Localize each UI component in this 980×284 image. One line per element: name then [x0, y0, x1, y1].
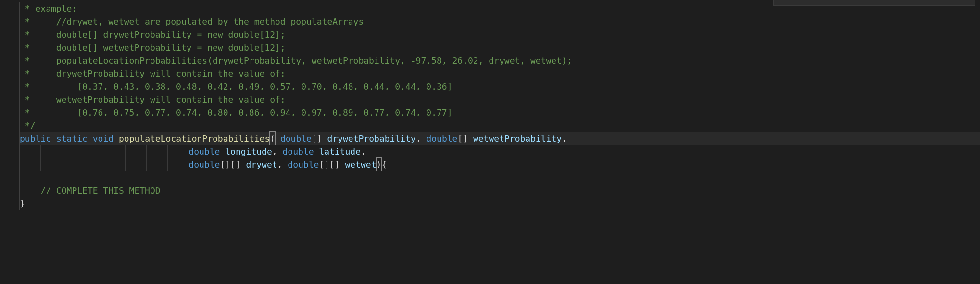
code-token: , — [272, 145, 283, 158]
code-token: { — [381, 158, 387, 171]
code-line[interactable]: } — [19, 197, 980, 210]
code-token: [0.37, 0.43, 0.38, 0.48, 0.42, 0.49, 0.5… — [77, 80, 452, 93]
code-line[interactable]: public static void populateLocationProba… — [19, 132, 980, 145]
code-token: , — [277, 158, 288, 171]
code-token: example: — [36, 2, 77, 15]
indent-guide — [19, 171, 20, 184]
code-token: double — [188, 158, 220, 171]
code-token — [314, 145, 319, 158]
indent-guide — [126, 145, 147, 158]
code-token: , — [562, 132, 572, 145]
code-token: double[] wetwetProbability = new double[… — [56, 41, 286, 54]
code-token: double — [426, 132, 457, 145]
code-token — [275, 132, 280, 145]
code-line[interactable]: * wetwetProbability will contain the val… — [19, 93, 980, 106]
code-line[interactable]: * double[] wetwetProbability = new doubl… — [19, 41, 980, 54]
code-token: [] — [457, 132, 473, 145]
code-token: populateLocationProbabilities — [119, 132, 270, 145]
indent-guide — [83, 158, 104, 171]
code-token: double[] drywetProbability = new double[… — [56, 28, 286, 41]
code-token — [220, 145, 225, 158]
code-token: drywet — [246, 158, 277, 171]
code-line[interactable]: * //drywet, wetwet are populated by the … — [19, 15, 980, 28]
code-line[interactable] — [19, 171, 980, 184]
code-line[interactable]: // COMPLETE THIS METHOD — [19, 184, 980, 197]
code-line[interactable]: * example: — [19, 2, 980, 15]
code-token — [51, 132, 56, 145]
code-line[interactable]: double[][] drywet, double[][] wetwet){ — [19, 158, 980, 171]
code-line[interactable]: */ — [19, 119, 980, 132]
code-token: * — [20, 67, 56, 80]
code-token: longitude — [225, 145, 272, 158]
code-token: double — [188, 145, 220, 158]
code-token: * — [20, 2, 36, 15]
code-token: drywetProbability — [327, 132, 415, 145]
code-editor[interactable]: * example: * //drywet, wetwet are popula… — [0, 0, 980, 210]
code-token: [] — [312, 132, 327, 145]
code-line[interactable]: * drywetProbability will contain the val… — [19, 67, 980, 80]
code-token: double — [288, 158, 319, 171]
indent-guide — [62, 158, 83, 171]
code-token: //drywet, wetwet are populated by the me… — [56, 15, 364, 28]
code-line[interactable]: * [0.37, 0.43, 0.38, 0.48, 0.42, 0.49, 0… — [19, 80, 980, 93]
code-line[interactable]: * populateLocationProbabilities(drywetPr… — [19, 54, 980, 67]
code-line[interactable]: * double[] drywetProbability = new doubl… — [19, 28, 980, 41]
code-token: * — [20, 28, 56, 41]
code-token: static — [56, 132, 88, 145]
code-token: void — [93, 132, 113, 145]
code-token: // COMPLETE THIS METHOD — [40, 184, 160, 197]
code-line[interactable]: double longitude, double latitude, — [19, 145, 980, 158]
code-token: wetwetProbability will contain the value… — [56, 93, 286, 106]
code-token: * — [20, 54, 56, 67]
code-token: [0.76, 0.75, 0.77, 0.74, 0.80, 0.86, 0.9… — [77, 106, 452, 119]
code-token: * — [20, 93, 56, 106]
indent-guide — [147, 158, 168, 171]
code-token: double — [280, 132, 312, 145]
code-token: * — [20, 15, 56, 28]
code-token — [113, 132, 119, 145]
indent-guide — [126, 158, 147, 171]
indent-guide — [20, 158, 41, 171]
indent-guide — [104, 158, 126, 171]
indent-guide — [104, 145, 126, 158]
code-token: */ — [20, 119, 36, 132]
code-token: public — [20, 132, 51, 145]
indent-guide — [20, 145, 41, 158]
indent-guide — [41, 158, 62, 171]
code-line[interactable]: * [0.76, 0.75, 0.77, 0.74, 0.80, 0.86, 0… — [19, 106, 980, 119]
code-token: wetwetProbability — [473, 132, 562, 145]
indent-guide — [147, 145, 168, 158]
indent-guide — [83, 145, 104, 158]
code-token — [88, 132, 93, 145]
code-token: double — [282, 145, 314, 158]
code-token: latitude — [319, 145, 361, 158]
code-token: * — [20, 41, 56, 54]
code-token: drywetProbability will contain the value… — [56, 67, 286, 80]
indent-guide — [41, 145, 62, 158]
indent-guide — [62, 145, 83, 158]
code-token: , — [361, 145, 371, 158]
code-token — [20, 184, 40, 197]
code-token: } — [20, 197, 25, 210]
code-token: [][] — [319, 158, 345, 171]
code-token: * — [20, 106, 77, 119]
code-token: , — [416, 132, 427, 145]
code-token: populateLocationProbabilities(drywetProb… — [56, 54, 572, 67]
code-token: wetwet — [345, 158, 377, 171]
code-token: * — [20, 80, 77, 93]
code-token: [][] — [220, 158, 246, 171]
